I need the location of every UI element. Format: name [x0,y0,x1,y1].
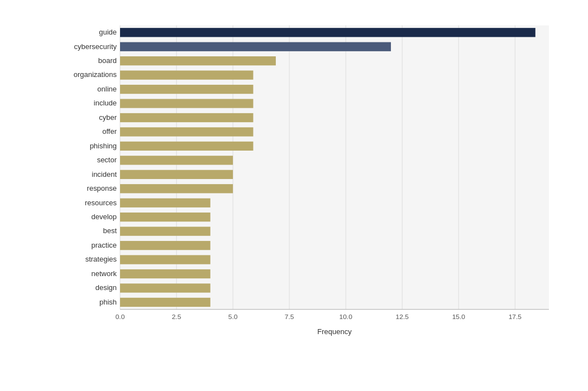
svg-text:response: response [87,185,117,192]
svg-rect-24 [120,70,253,79]
svg-text:sector: sector [97,156,117,164]
svg-text:5.0: 5.0 [228,313,238,320]
svg-rect-56 [120,298,211,307]
svg-rect-52 [120,269,211,278]
svg-rect-44 [120,213,211,221]
svg-text:phish: phish [99,298,117,306]
svg-text:cybersecurity: cybersecurity [74,43,117,51]
svg-text:resources: resources [85,199,117,207]
svg-rect-0 [120,26,549,310]
svg-text:design: design [95,284,117,292]
svg-rect-34 [120,142,253,151]
svg-text:17.5: 17.5 [509,313,522,320]
svg-rect-38 [120,170,233,179]
svg-text:Frequency: Frequency [317,329,352,336]
svg-text:2.5: 2.5 [172,313,181,320]
svg-text:15.0: 15.0 [452,313,466,320]
svg-text:practice: practice [92,242,117,249]
chart-svg: 0.02.55.07.510.012.515.017.5guidecyberse… [67,20,566,339]
svg-text:strategies: strategies [85,256,117,264]
svg-text:network: network [92,270,117,278]
svg-rect-18 [120,28,536,37]
svg-rect-50 [120,255,211,264]
svg-text:best: best [103,228,117,235]
svg-text:12.5: 12.5 [396,313,409,320]
svg-rect-48 [120,241,211,250]
svg-rect-26 [120,85,253,94]
svg-text:offer: offer [102,128,117,136]
svg-text:include: include [94,100,117,108]
svg-rect-22 [120,56,276,65]
svg-rect-20 [120,42,391,51]
svg-text:7.5: 7.5 [285,313,294,320]
svg-rect-42 [120,199,211,207]
svg-text:guide: guide [99,28,117,36]
svg-text:10.0: 10.0 [340,313,353,320]
svg-text:0.0: 0.0 [116,313,125,320]
svg-text:online: online [97,85,117,93]
svg-rect-46 [120,226,211,235]
svg-rect-32 [120,127,253,136]
svg-text:board: board [98,57,117,65]
svg-rect-30 [120,113,253,122]
svg-rect-40 [120,184,233,193]
svg-text:develop: develop [92,213,117,221]
svg-text:incident: incident [92,171,117,178]
svg-rect-54 [120,283,211,292]
svg-text:phishing: phishing [90,142,117,150]
svg-rect-28 [120,99,253,108]
svg-text:organizations: organizations [74,71,117,79]
svg-text:cyber: cyber [99,114,117,122]
svg-rect-36 [120,156,233,165]
chart-container: 0.02.55.07.510.012.515.017.5guidecyberse… [0,0,588,391]
